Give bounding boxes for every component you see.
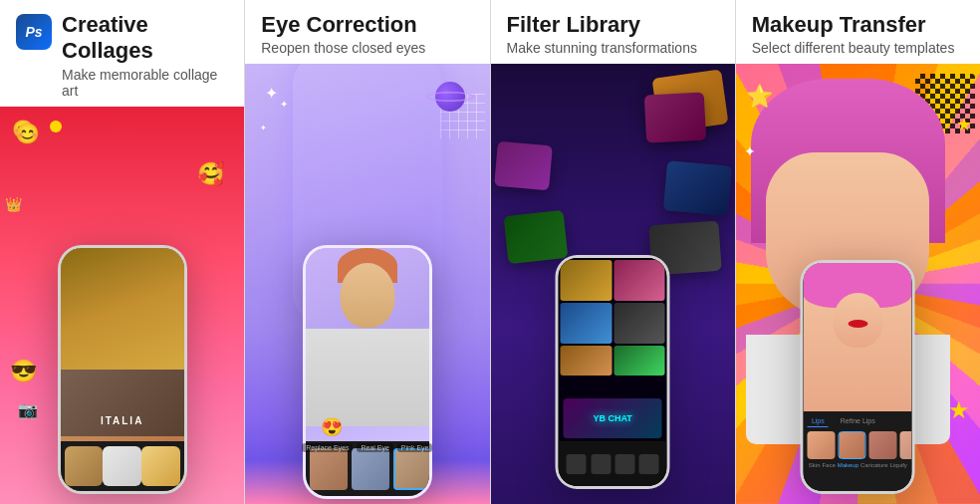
neon-display: YB CHAT [564,398,662,438]
makeup-thumb-1 [808,431,836,459]
filter-icon-3 [614,454,634,474]
phone-mockup-1: ITALIA [58,245,187,494]
makeup-tab-lips: Lips [808,415,829,427]
panel-2-subtitle: Reopen those closed eyes [261,40,473,56]
collage-top-bg [61,248,184,370]
eye-thumb-1 [310,448,348,490]
panel-4-header: Makeup Transfer Select different beauty … [736,0,980,64]
sparkle-2: ✦ [280,99,288,110]
makeup-tabs: Lips Refine Lips [808,415,908,427]
camera-emoji: 📷 [18,400,38,419]
panel-makeup-transfer: Makeup Transfer Select different beauty … [735,0,980,504]
eye-bar-labels: Replace Eyes Real Eye Pink Eye [245,443,489,452]
eye-thumb-2 [352,448,389,490]
makeup-face-display [804,263,912,411]
makeup-bottom-labels: Skin Face Makeup Caricature Liquify [808,462,908,468]
panel-eye-correction: Eye Correction Reopen those closed eyes … [244,0,489,504]
filter-card-2 [644,93,706,143]
makeup-bar: Lips Refine Lips Skin [804,411,912,491]
star-decoration-1: ⭐ [746,84,773,110]
collage-content: ITALIA [61,248,184,491]
saturn-decoration [425,79,475,114]
phone-screen-4: Lips Refine Lips Skin [804,263,912,491]
panel-1-header: Ps Creative Collages Make memorable coll… [0,0,244,107]
sunglasses-emoji: 😎 [10,359,37,384]
filter-icon-1 [567,454,587,474]
smiley-emoji-1: 😊 [12,119,34,140]
panel-3-subtitle: Make stunning transformations [507,40,719,56]
person-face [340,263,394,328]
panel-2-header: Eye Correction Reopen those closed eyes [245,0,489,64]
label-liquify: Liquify [890,462,907,468]
person-area [306,248,429,426]
ps-logo-text: Ps [25,24,42,40]
eye-thumb-3 [393,448,429,490]
label-face: Face [822,462,835,468]
makeup-thumb-3 [869,431,897,459]
phone-screen-2: 😍 [306,248,429,496]
star-bottom-right: ★ [948,396,970,424]
panel-1-subtitle: Make memorable collage art [62,67,228,99]
filter-cell-3 [561,303,612,344]
toolbar-item-1 [65,446,104,486]
panel-3-header: Filter Library Make stunning transformat… [491,0,735,64]
panel-1-title: Creative Collages [62,12,228,65]
app-container: Ps Creative Collages Make memorable coll… [0,0,980,504]
filter-card-6 [503,210,568,264]
filter-icon-2 [591,454,611,474]
filter-cell-4 [613,303,665,344]
collage-italia-text: ITALIA [101,415,143,426]
phone-screen-3: YB CHAT [559,258,667,486]
panel-3-image: YB CHAT [491,64,735,504]
heart-eyes-emoji: 🥰 [197,161,224,187]
phone-mockup-2: 😍 [303,245,432,499]
makeup-display-lips [848,320,867,328]
filter-cell-5 [561,346,612,376]
real-eye-label: Real Eye [357,443,392,452]
panel-1-title-area: Creative Collages Make memorable collage… [62,12,228,99]
label-makeup: Makeup [838,462,858,468]
makeup-thumb-2 [839,431,866,459]
sparkle-1: ✦ [265,84,278,103]
filter-bottom-bar [559,441,667,486]
sparkle-makeup: ✦ [744,143,756,159]
filter-card-5 [494,141,553,191]
filter-card-3 [663,161,732,216]
person-body [306,329,429,427]
toolbar-item-3 [141,446,180,486]
filter-cell-6 [613,346,665,376]
filter-cell-1 [561,260,612,301]
panel-4-image: ⭐ ★ ✦ [736,64,980,504]
collage-middle: ITALIA [61,370,184,436]
yellow-dot [50,121,62,132]
toolbar-item-2 [103,446,141,486]
panel-1-image: 😊 🥰 😎 👑 ITALIA [0,107,244,504]
makeup-display-face [833,293,882,348]
filter-cell-2 [613,260,665,301]
neon-text: YB CHAT [593,413,631,423]
star-decoration-2: ★ [956,114,972,135]
photoshop-app-icon[interactable]: Ps [16,14,52,50]
phone-mockup-3: YB CHAT [556,255,670,489]
crown-emoji: 👑 [5,196,22,212]
panel-filter-library: Filter Library Make stunning transformat… [490,0,735,504]
panel-2-image: ✦ ✦ ✦ 😍 [245,64,489,504]
makeup-faces-row [808,431,908,459]
phone-screen-1: ITALIA [61,248,184,491]
makeup-thumb-4 [900,431,912,459]
label-caricature: Caricature [860,462,888,468]
panel-creative-collages: Ps Creative Collages Make memorable coll… [0,0,244,504]
collage-top [61,248,184,370]
makeup-tab-refine: Refine Lips [837,415,879,427]
pink-eye-label: Pink Eye [397,443,433,452]
collage-bottom-toolbar [61,441,184,491]
label-skin: Skin [809,462,821,468]
heart-eyes-phone-emoji: 😍 [321,416,343,438]
replace-eyes-label: Replace Eyes [302,443,353,452]
panel-4-subtitle: Select different beauty templates [752,40,964,56]
filter-icon-4 [639,454,659,474]
panel-4-title: Makeup Transfer [752,12,964,38]
phone-mockup-4: Lips Refine Lips Skin [801,260,915,494]
panel-3-title: Filter Library [507,12,719,38]
sparkle-3: ✦ [260,124,267,132]
